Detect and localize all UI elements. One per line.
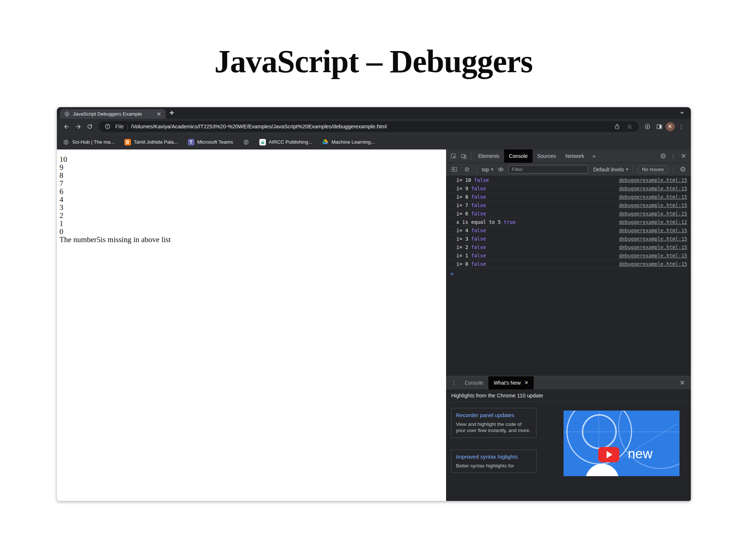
console-message-row[interactable]: i= 6 falsedebuggerexample.html:15 — [446, 210, 691, 218]
console-message-value: false — [471, 244, 486, 250]
clear-console-icon[interactable]: ⊘ — [462, 165, 472, 174]
browser-tab[interactable]: JavaScript Debuggers Example ✕ — [60, 109, 166, 119]
console-message-value: false — [471, 261, 486, 267]
page-output-line: 6 — [59, 187, 446, 195]
devtools-tab-console[interactable]: Console — [504, 149, 532, 163]
more-tabs-icon[interactable]: » — [589, 153, 599, 159]
browser-menu-kebab-icon[interactable]: ⋮ — [676, 121, 686, 132]
bookmark-item[interactable]: TMicrosoft Teams — [188, 139, 233, 145]
whats-new-card-body: Better syntax highlights for — [456, 463, 532, 469]
bookmark-star-icon[interactable]: ☆ — [625, 123, 634, 131]
whats-new-card-title-link[interactable]: Improved syntax higlights — [456, 454, 532, 460]
console-source-link[interactable]: debuggerexample.html:15 — [619, 202, 687, 208]
console-source-link[interactable]: debuggerexample.html:15 — [619, 177, 687, 183]
devtools-tab-network[interactable]: Network — [561, 149, 589, 163]
console-message-text: i= 0 false — [456, 261, 486, 267]
bookmark-label: Sci-Hub | The ma... — [72, 139, 115, 145]
page-output-line: 9 — [59, 163, 446, 171]
console-source-link[interactable]: debuggerexample.html:12 — [619, 219, 687, 225]
blueprint-circle — [582, 414, 617, 449]
page-output-line: 7 — [59, 179, 446, 187]
page-output-line: 4 — [59, 195, 446, 203]
console-source-link[interactable]: debuggerexample.html:15 — [619, 236, 687, 242]
live-expression-eye-icon[interactable] — [496, 165, 506, 174]
drawer-tab-console[interactable]: Console — [460, 376, 488, 389]
console-filter-input[interactable] — [508, 165, 588, 174]
profile-avatar[interactable]: K — [666, 122, 675, 131]
url-scheme-label: File — [115, 124, 124, 129]
drawer-tab-close-icon[interactable]: ✕ — [525, 380, 529, 385]
energy-saver-icon[interactable] — [642, 121, 653, 132]
tab-close-icon[interactable]: ✕ — [156, 111, 162, 117]
log-levels-dropdown[interactable]: Default levels▾ — [593, 167, 628, 172]
console-message-text: i= 2 false — [456, 244, 486, 250]
console-message-row[interactable]: i= 2 falsedebuggerexample.html:15 — [446, 243, 691, 252]
aircc-icon — [259, 139, 266, 145]
url-bar[interactable]: File | /Volumes/Kaviya/Academics/IT2253%… — [98, 121, 639, 132]
back-icon[interactable] — [61, 121, 71, 132]
drawer-close-icon[interactable]: ✕ — [680, 376, 688, 389]
devtools-menu-kebab-icon[interactable]: ⋮ — [668, 151, 678, 161]
console-message-row[interactable]: i= 0 falsedebuggerexample.html:15 — [446, 260, 691, 268]
console-prompt[interactable]: > — [446, 268, 691, 277]
no-issues-button[interactable]: No Issues — [638, 166, 668, 173]
side-panel-icon[interactable] — [654, 121, 664, 132]
bookmark-label: Tamil Jothida Pala... — [134, 139, 178, 145]
console-message-row[interactable]: i= 7 falsedebuggerexample.html:15 — [446, 201, 691, 210]
device-toolbar-icon[interactable] — [458, 151, 469, 161]
console-sidebar-icon[interactable] — [449, 165, 459, 174]
page-title: JavaScript – Debuggers — [0, 43, 747, 80]
divider — [477, 166, 477, 173]
devtools-close-icon[interactable]: ✕ — [678, 151, 689, 161]
console-message-text: i= 9 false — [456, 186, 486, 191]
bookmark-label: Machine Learning... — [332, 139, 375, 145]
console-message-row[interactable]: i= 10 falsedebuggerexample.html:15 — [446, 176, 691, 184]
console-message-row[interactable]: i= 4 falsedebuggerexample.html:15 — [446, 226, 691, 235]
inspect-element-icon[interactable] — [448, 151, 458, 161]
whats-new-video-thumbnail[interactable]: new — [564, 411, 680, 476]
context-selector[interactable]: top▾ — [482, 167, 493, 172]
bookmark-item[interactable]: Machine Learning... — [322, 139, 375, 145]
divider — [673, 166, 673, 173]
page-output-line: 2 — [59, 211, 446, 219]
console-message-row[interactable]: i= 9 falsedebuggerexample.html:15 — [446, 184, 691, 193]
console-message-row[interactable]: x is equal to 5 truedebuggerexample.html… — [446, 218, 691, 226]
devtools-tab-sources[interactable]: Sources — [533, 149, 561, 163]
forward-icon[interactable] — [73, 121, 83, 132]
console-source-link[interactable]: debuggerexample.html:15 — [619, 261, 687, 267]
youtube-play-icon[interactable] — [598, 447, 619, 462]
tab-search-chevron-icon[interactable] — [679, 110, 685, 116]
console-message-row[interactable]: i= 1 falsedebuggerexample.html:15 — [446, 252, 691, 260]
console-source-link[interactable]: debuggerexample.html:15 — [619, 228, 687, 233]
bookmark-item[interactable]: AIRCC Publishing... — [259, 139, 312, 145]
console-settings-gear-icon[interactable]: ⚙ — [678, 165, 688, 174]
console-source-link[interactable]: debuggerexample.html:15 — [619, 194, 687, 200]
console-message-value: true — [504, 219, 516, 225]
console-message-text: x is equal to 5 true — [456, 219, 516, 225]
bookmark-item[interactable]: Sci-Hub | The ma... — [63, 139, 115, 145]
console-message-row[interactable]: i= 3 falsedebuggerexample.html:15 — [446, 235, 691, 243]
reload-icon[interactable] — [85, 121, 95, 132]
bookmark-item[interactable]: BTamil Jothida Pala... — [124, 139, 178, 145]
console-source-link[interactable]: debuggerexample.html:15 — [619, 211, 687, 217]
chevron-down-icon: ▾ — [626, 167, 628, 172]
browser-toolbar: File | /Volumes/Kaviya/Academics/IT2253%… — [57, 119, 691, 134]
console-source-link[interactable]: debuggerexample.html:15 — [619, 244, 687, 250]
share-icon[interactable] — [612, 124, 622, 129]
whats-new-card-title-link[interactable]: Recorder panel updates — [456, 412, 532, 418]
drawer-tab-whats-new[interactable]: What's New ✕ — [488, 376, 533, 389]
devtools-tab-elements[interactable]: Elements — [473, 149, 504, 163]
whats-new-card-body: View and highlight the code of your user… — [456, 421, 532, 434]
console-message-row[interactable]: i= 8 falsedebuggerexample.html:15 — [446, 193, 691, 201]
browser-window: JavaScript Debuggers Example ✕ + File | … — [57, 107, 691, 501]
console-source-link[interactable]: debuggerexample.html:15 — [619, 253, 687, 258]
globe-icon — [243, 139, 249, 145]
devtools-settings-gear-icon[interactable]: ⚙ — [658, 151, 668, 161]
console-source-link[interactable]: debuggerexample.html:15 — [619, 186, 687, 191]
console-message-value: false — [471, 186, 486, 191]
console-message-text: i= 6 false — [456, 211, 486, 217]
new-tab-button[interactable]: + — [166, 108, 178, 118]
info-icon[interactable] — [103, 124, 112, 129]
bookmark-item[interactable] — [243, 139, 249, 145]
drawer-menu-kebab-icon[interactable]: ⋮ — [448, 376, 460, 389]
